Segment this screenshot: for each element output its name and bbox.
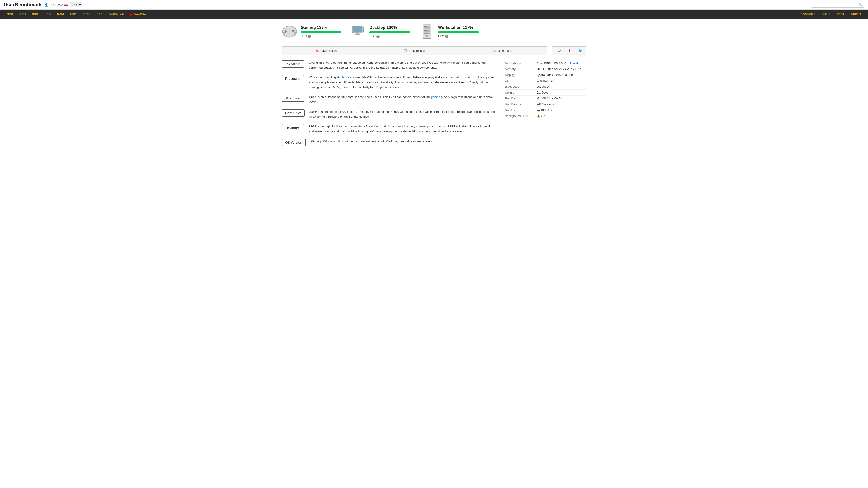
graphics-item: Graphics 143% is an outstanding 3D score… xyxy=(282,95,496,104)
sysinfo-bgcpu-label: Background CPU xyxy=(505,114,537,118)
svg-point-19 xyxy=(426,35,428,37)
user-info: 👤 RUS-User 🇷🇺 xyxy=(44,3,68,6)
facebook-button[interactable]: f xyxy=(565,46,574,55)
nav-compare[interactable]: COMPARE xyxy=(797,10,818,18)
workstation-score-info: Workstation 117% UFO ? xyxy=(438,25,479,38)
gaming-help-icon[interactable]: ? xyxy=(308,35,311,38)
user-guide-button[interactable]: 📖 User guide xyxy=(458,46,547,55)
sysinfo-runuser: Run User 🇷🇺 RUS-User xyxy=(505,107,586,113)
workstation-score-card: Workstation 117% UFO ? xyxy=(419,24,479,39)
gaming-icon xyxy=(282,24,298,39)
share-buttons: </> f 🐦 xyxy=(552,46,586,55)
nav-ssd[interactable]: SSD xyxy=(29,10,41,18)
memory-text: 32GB is enough RAM to run any version of… xyxy=(309,124,496,134)
user-guide-label: User guide xyxy=(498,49,512,53)
desktop-help-icon[interactable]: ? xyxy=(376,35,379,38)
svg-rect-21 xyxy=(424,31,428,31)
svg-rect-7 xyxy=(283,32,285,35)
save-results-button[interactable]: 🔖 Save results xyxy=(282,46,370,55)
username: RUS-User xyxy=(50,3,63,6)
sysinfo-rundate-value: Mar 05 '24 at 09:54 xyxy=(537,97,586,100)
site-logo: UserBenchmark xyxy=(4,2,42,8)
svg-rect-11 xyxy=(356,33,359,34)
desktop-score-title: Desktop 100% xyxy=(369,25,410,30)
sysinfo-rundate-label: Run Date xyxy=(505,97,537,100)
gaming-score-title: Gaming 137% xyxy=(301,25,341,30)
copy-icon: 📋 xyxy=(403,49,407,53)
desktop-score-info: Desktop 100% UFO ? xyxy=(369,25,410,38)
sysinfo-os-value: Windows 10 xyxy=(537,79,586,83)
single-core-link[interactable]: single core xyxy=(337,76,351,79)
sysinfo-runduration: Run Duration 241 Seconds xyxy=(505,101,586,107)
search-input[interactable] xyxy=(811,2,857,7)
sysinfo-runuser-label: Run User xyxy=(505,108,537,112)
youtube-icon: ▶ xyxy=(130,12,133,16)
desktop-icon xyxy=(350,24,366,39)
sysinfo-table: Motherboard Asus PRIME B365M-A all build… xyxy=(505,60,586,119)
status-list: PC Status Overall this PC is performing … xyxy=(282,60,496,151)
boot-drive-text: 336% is an exceptional SSD score. This d… xyxy=(309,109,496,119)
memory-button[interactable]: Memory xyxy=(282,124,304,131)
processor-button[interactable]: Processor xyxy=(282,75,304,82)
workstation-ufo-text: UFO xyxy=(438,35,444,38)
main-content: Gaming 137% UFO ? xyxy=(278,19,590,156)
warning-icon: ⚠️ xyxy=(537,114,540,118)
svg-rect-8 xyxy=(294,32,296,35)
system-info-panel: Motherboard Asus PRIME B365M-A all build… xyxy=(505,60,586,151)
sysinfo-motherboard: Motherboard Asus PRIME B365M-A all build… xyxy=(505,60,586,66)
desktop-ufo: UFO ? xyxy=(369,35,410,38)
user-icon: 👤 xyxy=(44,3,48,6)
boot-drive-item: Boot Drive 336% is an exceptional SSD sc… xyxy=(282,109,496,119)
sysinfo-bios-label: BIOS Date xyxy=(505,85,537,88)
content-area: PC Status Overall this PC is performing … xyxy=(282,60,586,151)
desktop-ufo-text: UFO xyxy=(369,35,375,38)
embed-button[interactable]: </> xyxy=(552,46,565,55)
action-buttons: 🔖 Save results 📋 Copy results 📖 User gui… xyxy=(282,46,547,55)
button-row: 🔖 Save results 📋 Copy results 📖 User gui… xyxy=(282,46,586,55)
twitter-button[interactable]: 🐦 xyxy=(574,46,586,55)
copy-results-button[interactable]: 📋 Copy results xyxy=(370,46,458,55)
nav-skillbench[interactable]: SkillBench xyxy=(105,10,127,18)
workstation-icon xyxy=(419,24,435,39)
nav-about[interactable]: ABOUT xyxy=(848,10,864,18)
sysinfo-memory-label: Memory xyxy=(505,67,537,71)
svg-rect-12 xyxy=(355,34,360,35)
nav-fps[interactable]: FPS xyxy=(94,10,105,18)
nav-youtube[interactable]: ▶ YouTube xyxy=(127,10,150,19)
sysinfo-motherboard-value: Asus PRIME B365M-A all builds xyxy=(537,61,586,65)
os-version-button[interactable]: OS Version xyxy=(282,139,306,146)
workstation-help-icon[interactable]: ? xyxy=(445,35,448,38)
sysinfo-bgcpu-value: ⚠️ 20% xyxy=(537,114,586,118)
sysinfo-runduration-label: Run Duration xyxy=(505,103,537,106)
save-results-label: Save results xyxy=(320,49,337,53)
svg-rect-2 xyxy=(285,31,287,32)
nav-cpu[interactable]: CPU xyxy=(4,10,16,18)
nav-ram[interactable]: RAM xyxy=(54,10,67,18)
sysinfo-memory: Memory 20.3 GB free of 32 GB @ 2.7 GHz xyxy=(505,66,586,72)
pc-status-text: Overall this PC is performing as expecte… xyxy=(309,60,496,70)
boot-drive-button[interactable]: Boot Drive xyxy=(282,109,305,117)
sysinfo-runuser-value: 🇷🇺 RUS-User xyxy=(537,108,586,112)
nav-efps[interactable]: EFPS xyxy=(80,10,94,18)
score-cards: Gaming 137% UFO ? xyxy=(282,24,586,39)
pc-status-button[interactable]: PC Status xyxy=(282,60,304,68)
all-builds-link[interactable]: all builds xyxy=(568,61,579,65)
runuser-flag: 🇷🇺 xyxy=(537,108,540,112)
processor-item: Processor With an outstanding single cor… xyxy=(282,75,496,90)
copy-results-label: Copy results xyxy=(408,49,425,53)
gaming-score-card: Gaming 137% UFO ? xyxy=(282,24,341,39)
search-button[interactable]: 🔍 xyxy=(857,2,864,7)
nav-build[interactable]: BUILD xyxy=(818,10,834,18)
nav-hdd[interactable]: HDD xyxy=(41,10,54,18)
memory-item: Memory 32GB is enough RAM to run any ver… xyxy=(282,124,496,134)
nav-gpu[interactable]: GPU xyxy=(16,10,29,18)
nav-test[interactable]: TEST xyxy=(834,10,848,18)
games-link[interactable]: games xyxy=(431,95,440,99)
processor-text: With an outstanding single core score, t… xyxy=(309,75,496,90)
nav-usb[interactable]: USB xyxy=(67,10,79,18)
sysinfo-bios-value: 20200714 xyxy=(537,85,586,88)
graphics-button[interactable]: Graphics xyxy=(282,95,304,102)
bookmark-icon: 🔖 xyxy=(315,49,319,53)
gaming-score-bar xyxy=(301,31,341,33)
language-selector[interactable]: RU EN xyxy=(70,2,82,7)
